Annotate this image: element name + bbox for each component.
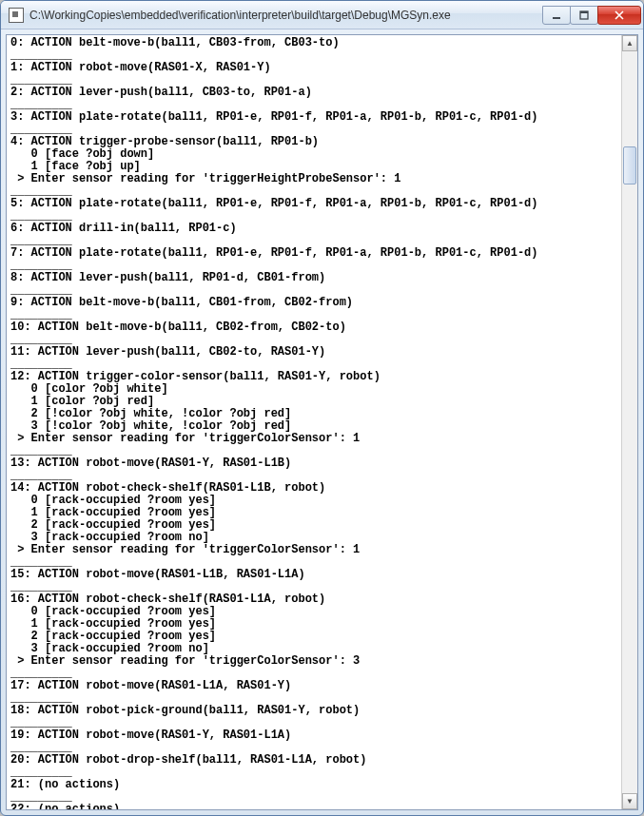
svg-rect-0 [553, 17, 560, 19]
close-icon [614, 10, 625, 20]
scrollbar-thumb[interactable] [623, 146, 636, 185]
scroll-up-button[interactable]: ▲ [622, 35, 637, 51]
scroll-down-button[interactable]: ▼ [622, 793, 637, 809]
window-title: C:\WorkingCopies\embedded\verification\i… [29, 9, 543, 22]
chevron-down-icon: ▼ [626, 797, 634, 806]
chevron-up-icon: ▲ [626, 39, 634, 48]
titlebar[interactable]: C:\WorkingCopies\embedded\verification\i… [1, 1, 643, 29]
app-window: C:\WorkingCopies\embedded\verification\i… [0, 0, 644, 816]
scrollbar-track[interactable] [622, 51, 637, 793]
client-area: 0: ACTION belt-move-b(ball1, CB03-from, … [6, 34, 638, 810]
window-controls [543, 6, 641, 25]
minimize-button[interactable] [542, 6, 571, 25]
app-icon [9, 8, 24, 23]
vertical-scrollbar[interactable]: ▲ ▼ [621, 35, 637, 809]
console-output: 0: ACTION belt-move-b(ball1, CB03-from, … [7, 35, 637, 809]
minimize-icon [552, 10, 561, 20]
close-button[interactable] [597, 6, 641, 25]
maximize-icon [579, 10, 589, 20]
maximize-button[interactable] [570, 6, 598, 25]
svg-rect-2 [580, 11, 588, 13]
